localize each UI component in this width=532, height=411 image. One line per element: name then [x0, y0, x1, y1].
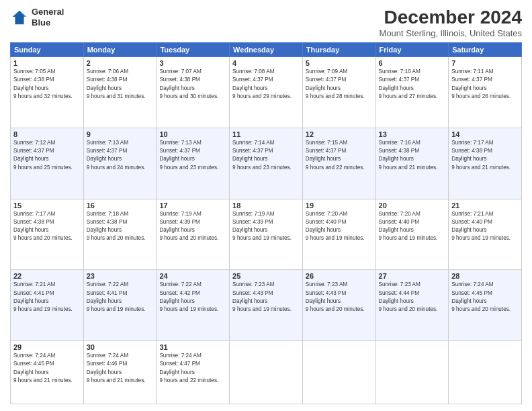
- table-row: 4 Sunrise: 7:08 AM Sunset: 4:37 PM Dayli…: [230, 57, 303, 128]
- day-info: Sunrise: 7:23 AM Sunset: 4:44 PM Dayligh…: [379, 281, 446, 314]
- table-row: 31 Sunrise: 7:24 AM Sunset: 4:47 PM Dayl…: [157, 341, 230, 404]
- header: General Blue December 2024 Mount Sterlin…: [10, 7, 522, 38]
- day-info: Sunrise: 7:19 AM Sunset: 4:39 PM Dayligh…: [159, 210, 226, 243]
- table-row: 14 Sunrise: 7:17 AM Sunset: 4:38 PM Dayl…: [449, 128, 522, 199]
- logo-icon: [10, 8, 29, 27]
- day-number: 19: [306, 201, 373, 210]
- location-title: Mount Sterling, Illinois, United States: [380, 28, 522, 38]
- table-row: 3 Sunrise: 7:07 AM Sunset: 4:38 PM Dayli…: [157, 57, 230, 128]
- calendar-table: Sunday Monday Tuesday Wednesday Thursday…: [10, 42, 522, 404]
- day-info: Sunrise: 7:22 AM Sunset: 4:42 PM Dayligh…: [159, 281, 226, 314]
- table-row: 18 Sunrise: 7:19 AM Sunset: 4:39 PM Dayl…: [230, 199, 303, 270]
- day-number: 18: [232, 201, 300, 210]
- day-number: 13: [379, 130, 446, 138]
- day-info: Sunrise: 7:07 AM Sunset: 4:38 PM Dayligh…: [159, 68, 226, 101]
- table-row: 23 Sunrise: 7:22 AM Sunset: 4:41 PM Dayl…: [83, 270, 157, 341]
- day-number: 11: [232, 130, 300, 138]
- day-info: Sunrise: 7:20 AM Sunset: 4:40 PM Dayligh…: [379, 210, 446, 243]
- day-number: 1: [13, 59, 81, 67]
- table-row: 20 Sunrise: 7:20 AM Sunset: 4:40 PM Dayl…: [375, 199, 449, 270]
- day-number: 10: [159, 130, 226, 138]
- day-info: Sunrise: 7:19 AM Sunset: 4:39 PM Dayligh…: [232, 210, 300, 243]
- table-row: 1 Sunrise: 7:05 AM Sunset: 4:38 PM Dayli…: [11, 57, 84, 128]
- table-row: 8 Sunrise: 7:12 AM Sunset: 4:37 PM Dayli…: [11, 128, 84, 199]
- day-info: Sunrise: 7:24 AM Sunset: 4:47 PM Dayligh…: [159, 352, 226, 385]
- table-row: 2 Sunrise: 7:06 AM Sunset: 4:38 PM Dayli…: [83, 57, 157, 128]
- day-info: Sunrise: 7:15 AM Sunset: 4:37 PM Dayligh…: [306, 139, 373, 172]
- day-number: 12: [306, 130, 373, 138]
- day-info: Sunrise: 7:24 AM Sunset: 4:45 PM Dayligh…: [13, 352, 81, 385]
- day-number: 26: [306, 272, 373, 280]
- table-row: 15 Sunrise: 7:17 AM Sunset: 4:38 PM Dayl…: [11, 199, 84, 270]
- day-info: Sunrise: 7:18 AM Sunset: 4:38 PM Dayligh…: [87, 210, 154, 243]
- table-row: 28 Sunrise: 7:24 AM Sunset: 4:45 PM Dayl…: [449, 270, 522, 341]
- day-number: 24: [159, 272, 226, 280]
- day-number: 2: [87, 59, 154, 67]
- day-number: 16: [87, 201, 154, 210]
- table-row: 7 Sunrise: 7:11 AM Sunset: 4:37 PM Dayli…: [449, 57, 522, 128]
- table-row: 17 Sunrise: 7:19 AM Sunset: 4:39 PM Dayl…: [157, 199, 230, 270]
- table-row: 12 Sunrise: 7:15 AM Sunset: 4:37 PM Dayl…: [302, 128, 375, 199]
- table-row: 26 Sunrise: 7:23 AM Sunset: 4:43 PM Dayl…: [302, 270, 375, 341]
- day-number: 6: [379, 59, 446, 67]
- day-number: 4: [232, 59, 300, 67]
- day-info: Sunrise: 7:14 AM Sunset: 4:37 PM Dayligh…: [232, 139, 300, 172]
- day-info: Sunrise: 7:20 AM Sunset: 4:40 PM Dayligh…: [306, 210, 373, 243]
- calendar-header-row: Sunday Monday Tuesday Wednesday Thursday…: [11, 43, 522, 57]
- day-info: Sunrise: 7:05 AM Sunset: 4:38 PM Dayligh…: [13, 68, 81, 101]
- day-number: 14: [451, 130, 519, 138]
- day-info: Sunrise: 7:22 AM Sunset: 4:41 PM Dayligh…: [87, 281, 154, 314]
- table-row: 16 Sunrise: 7:18 AM Sunset: 4:38 PM Dayl…: [83, 199, 157, 270]
- day-info: Sunrise: 7:11 AM Sunset: 4:37 PM Dayligh…: [451, 68, 519, 101]
- table-row: 29 Sunrise: 7:24 AM Sunset: 4:45 PM Dayl…: [11, 341, 84, 404]
- day-info: Sunrise: 7:24 AM Sunset: 4:45 PM Dayligh…: [451, 281, 519, 314]
- day-info: Sunrise: 7:13 AM Sunset: 4:37 PM Dayligh…: [87, 139, 154, 172]
- day-info: Sunrise: 7:21 AM Sunset: 4:41 PM Dayligh…: [13, 281, 81, 314]
- day-number: 9: [87, 130, 154, 138]
- month-title: December 2024: [380, 7, 522, 28]
- day-number: 25: [232, 272, 300, 280]
- table-row: [230, 341, 303, 404]
- col-monday: Monday: [83, 43, 157, 57]
- table-row: 19 Sunrise: 7:20 AM Sunset: 4:40 PM Dayl…: [302, 199, 375, 270]
- table-row: 27 Sunrise: 7:23 AM Sunset: 4:44 PM Dayl…: [375, 270, 449, 341]
- table-row: 9 Sunrise: 7:13 AM Sunset: 4:37 PM Dayli…: [83, 128, 157, 199]
- day-info: Sunrise: 7:16 AM Sunset: 4:38 PM Dayligh…: [379, 139, 446, 172]
- table-row: 21 Sunrise: 7:21 AM Sunset: 4:40 PM Dayl…: [449, 199, 522, 270]
- svg-marker-1: [13, 10, 27, 24]
- day-info: Sunrise: 7:06 AM Sunset: 4:38 PM Dayligh…: [87, 68, 154, 101]
- col-wednesday: Wednesday: [230, 43, 303, 57]
- table-row: 5 Sunrise: 7:09 AM Sunset: 4:37 PM Dayli…: [302, 57, 375, 128]
- day-number: 5: [306, 59, 373, 67]
- logo-text: General Blue: [32, 7, 64, 28]
- day-number: 29: [13, 343, 81, 351]
- table-row: 11 Sunrise: 7:14 AM Sunset: 4:37 PM Dayl…: [230, 128, 303, 199]
- day-number: 22: [13, 272, 81, 280]
- day-number: 28: [451, 272, 519, 280]
- table-row: [449, 341, 522, 404]
- day-info: Sunrise: 7:09 AM Sunset: 4:37 PM Dayligh…: [306, 68, 373, 101]
- page: General Blue December 2024 Mount Sterlin…: [0, 0, 532, 411]
- day-number: 27: [379, 272, 446, 280]
- day-info: Sunrise: 7:10 AM Sunset: 4:37 PM Dayligh…: [379, 68, 446, 101]
- table-row: 10 Sunrise: 7:13 AM Sunset: 4:37 PM Dayl…: [157, 128, 230, 199]
- day-number: 15: [13, 201, 81, 210]
- day-info: Sunrise: 7:13 AM Sunset: 4:37 PM Dayligh…: [159, 139, 226, 172]
- day-number: 7: [451, 59, 519, 67]
- col-thursday: Thursday: [302, 43, 375, 57]
- day-number: 21: [451, 201, 519, 210]
- col-saturday: Saturday: [449, 43, 522, 57]
- table-row: 13 Sunrise: 7:16 AM Sunset: 4:38 PM Dayl…: [375, 128, 449, 199]
- day-info: Sunrise: 7:21 AM Sunset: 4:40 PM Dayligh…: [451, 210, 519, 243]
- col-friday: Friday: [375, 43, 449, 57]
- day-number: 8: [13, 130, 81, 138]
- table-row: [375, 341, 449, 404]
- day-number: 30: [87, 343, 154, 351]
- title-block: December 2024 Mount Sterling, Illinois, …: [380, 7, 522, 38]
- table-row: 25 Sunrise: 7:23 AM Sunset: 4:43 PM Dayl…: [230, 270, 303, 341]
- day-info: Sunrise: 7:17 AM Sunset: 4:38 PM Dayligh…: [13, 210, 81, 243]
- table-row: [302, 341, 375, 404]
- day-info: Sunrise: 7:17 AM Sunset: 4:38 PM Dayligh…: [451, 139, 519, 172]
- day-info: Sunrise: 7:23 AM Sunset: 4:43 PM Dayligh…: [306, 281, 373, 314]
- day-number: 23: [87, 272, 154, 280]
